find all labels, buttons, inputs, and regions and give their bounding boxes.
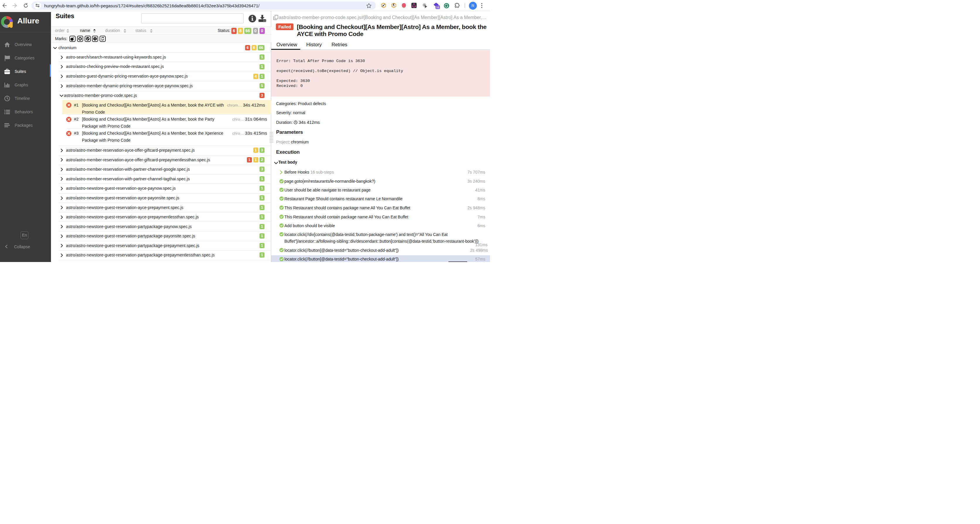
svg-text:12: 12 — [436, 6, 439, 9]
